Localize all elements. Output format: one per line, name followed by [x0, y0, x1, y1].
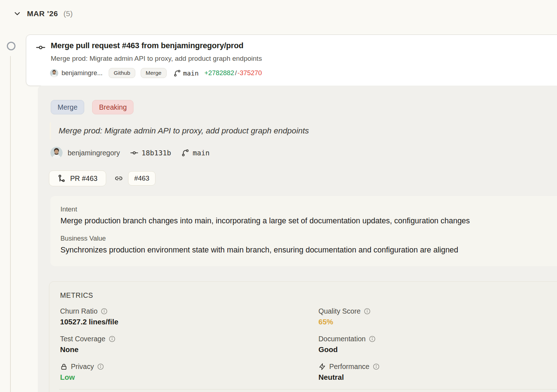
- zap-icon: [318, 363, 326, 370]
- timeline-group-header[interactable]: MAR '26 (5): [13, 9, 73, 18]
- metric-documentation: Documentation Good: [318, 335, 557, 354]
- metric-value: Low: [60, 373, 318, 382]
- info-icon[interactable]: [364, 308, 371, 315]
- info-icon[interactable]: [369, 336, 376, 342]
- branch-ref: main: [173, 69, 199, 77]
- commit-meta-row: benjamingre... Github Merge main +278288…: [50, 67, 262, 79]
- link-icon[interactable]: [114, 174, 123, 183]
- diff-separator: /: [235, 69, 237, 77]
- metric-churn-ratio: Churn Ratio 10527.2 lines/file: [60, 307, 318, 326]
- chevron-down-icon[interactable]: [13, 9, 22, 18]
- quote-bar: [50, 122, 51, 140]
- git-branch-icon: [181, 149, 189, 157]
- commit-type-badge: Merge: [141, 68, 167, 78]
- diff-stats: +2782882 / -375270: [204, 69, 262, 77]
- commit-hash-group: 18b131b: [130, 149, 171, 157]
- metric-label: Performance: [329, 363, 370, 371]
- metric-label: Churn Ratio: [60, 307, 98, 315]
- metric-value: 65%: [318, 318, 557, 326]
- metrics-heading: METRICS: [60, 291, 557, 300]
- source-badge: Github: [109, 68, 135, 78]
- commit-detail-panel: Merge Breaking Merge prod: Migrate admin…: [38, 86, 557, 392]
- info-icon[interactable]: [97, 363, 104, 370]
- issue-ref-link[interactable]: #463: [128, 171, 155, 186]
- metrics-divider: [59, 389, 557, 389]
- intent-panel: Intent Merge production branch changes i…: [50, 196, 557, 266]
- metric-label: Test Coverage: [60, 335, 105, 343]
- info-icon[interactable]: [373, 363, 380, 370]
- business-value-label: Business Value: [60, 234, 557, 242]
- metric-test-coverage: Test Coverage None: [60, 335, 318, 354]
- business-value-text: Synchronizes production environment stat…: [60, 246, 557, 255]
- timeline-node: [7, 42, 15, 50]
- metric-value: Neutral: [318, 373, 557, 382]
- commit-subtitle: Merge prod: Migrate admin API to proxy, …: [51, 55, 262, 63]
- git-branch-icon: [173, 69, 181, 77]
- avatar: [50, 69, 58, 77]
- merge-badge: Merge: [51, 100, 84, 114]
- git-commit-icon: [36, 43, 45, 52]
- group-month-label: MAR '26: [27, 9, 58, 18]
- detail-badges: Merge Breaking: [51, 100, 133, 114]
- intent-label: Intent: [60, 205, 557, 213]
- metric-value: Good: [318, 345, 557, 354]
- metrics-grid: Churn Ratio 10527.2 lines/file Quality S…: [60, 307, 557, 382]
- metric-value: 10527.2 lines/file: [60, 318, 318, 326]
- metric-value: None: [60, 345, 318, 354]
- metric-label: Quality Score: [318, 307, 361, 315]
- pr-button[interactable]: PR #463: [49, 170, 106, 186]
- info-icon[interactable]: [101, 308, 108, 315]
- intent-text: Merge production branch changes into mai…: [60, 216, 557, 225]
- metric-privacy: Privacy Low: [60, 363, 318, 382]
- detail-author-row: benjamingregory 18b131b main: [50, 147, 209, 159]
- pr-links-row: PR #463 #463: [49, 170, 155, 186]
- author-name-truncated[interactable]: benjamingre...: [62, 69, 103, 77]
- git-commit-icon: [130, 149, 138, 157]
- metric-performance: Performance Neutral: [318, 363, 557, 382]
- branch-group: main: [181, 149, 209, 157]
- author-name[interactable]: benjamingregory: [68, 149, 120, 157]
- commit-card[interactable]: Merge pull request #463 from benjamingre…: [26, 35, 557, 86]
- metric-quality-score: Quality Score 65%: [318, 307, 557, 326]
- branch-name: main: [193, 149, 209, 157]
- info-icon[interactable]: [109, 336, 116, 342]
- timeline-line: [10, 56, 11, 392]
- lock-icon: [60, 363, 68, 370]
- branch-name: main: [183, 69, 199, 77]
- metrics-card: METRICS Churn Ratio 10527.2 lines/file Q…: [49, 281, 557, 392]
- avatar: [50, 147, 63, 159]
- metric-label: Documentation: [318, 335, 366, 343]
- metric-label: Privacy: [71, 363, 94, 371]
- additions-count: +2782882: [204, 69, 234, 77]
- git-pull-request-icon: [58, 174, 65, 182]
- pr-button-label: PR #463: [70, 174, 98, 183]
- commit-hash[interactable]: 18b131b: [141, 149, 171, 157]
- commit-title: Merge pull request #463 from benjamingre…: [51, 41, 243, 50]
- commit-message-quote: Merge prod: Migrate admin API to proxy, …: [50, 122, 309, 140]
- group-count: (5): [63, 9, 73, 18]
- quote-text: Merge prod: Migrate admin API to proxy, …: [59, 122, 309, 140]
- breaking-badge: Breaking: [92, 100, 133, 114]
- deletions-count: -375270: [237, 69, 262, 77]
